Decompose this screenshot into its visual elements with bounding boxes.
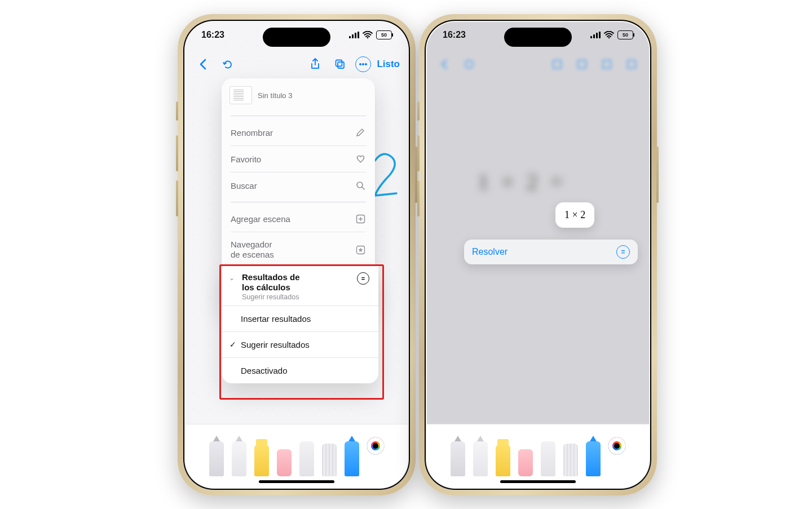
color-picker[interactable] (367, 437, 384, 454)
status-bar: 16:23 50 (427, 22, 649, 48)
tool-eraser[interactable] (518, 449, 533, 476)
plus-square-icon (355, 213, 366, 224)
handwritten-equation-blurred: 1 × 2 = (478, 169, 566, 195)
tool-lasso[interactable] (299, 441, 314, 476)
document-thumbnail (230, 86, 252, 104)
resolve-label: Resolver (472, 247, 508, 257)
equals-circle-icon: = (616, 245, 630, 259)
battery-icon: 50 (617, 30, 633, 39)
mute-switch (417, 101, 420, 121)
tool-lasso[interactable] (541, 441, 555, 476)
tool-ruler[interactable] (322, 444, 337, 476)
svg-point-14 (465, 60, 473, 68)
svg-rect-16 (578, 60, 586, 68)
resolve-button[interactable]: Resolver = (464, 240, 638, 264)
share-button[interactable] (306, 55, 325, 74)
color-picker[interactable] (608, 437, 625, 454)
wifi-icon (604, 31, 614, 39)
tool-pen[interactable] (209, 441, 224, 476)
menu-item-add-scene[interactable]: Agregar escena (222, 206, 375, 232)
handwriting-stroke (372, 152, 400, 197)
equation-chip[interactable]: 1 × 2 (555, 202, 594, 228)
volume-down-button (417, 180, 420, 216)
svg-point-13 (608, 37, 610, 39)
menu-item-rename[interactable]: Renombrar (222, 119, 375, 145)
volume-up-button (417, 135, 420, 171)
calc-option-off[interactable]: Desactivado (222, 358, 378, 383)
home-indicator[interactable] (500, 480, 576, 483)
tool-marker-blue[interactable] (586, 441, 601, 476)
volume-up-button (176, 135, 178, 171)
svg-rect-1 (338, 62, 344, 68)
svg-rect-15 (553, 60, 561, 68)
cellular-icon (349, 32, 359, 38)
power-button (656, 147, 659, 203)
svg-point-3 (360, 63, 361, 65)
svg-point-5 (365, 63, 367, 65)
tool-dock (427, 424, 649, 488)
calc-subtitle: Sugerir resultados (242, 293, 300, 301)
calc-option-insert[interactable]: Insertar resultados (222, 306, 378, 331)
tool-eraser[interactable] (277, 449, 292, 476)
chevron-down-icon: ⌄ (228, 274, 235, 282)
tool-pencil[interactable] (473, 441, 488, 476)
tool-marker-blue[interactable] (345, 441, 359, 476)
svg-point-0 (367, 37, 369, 39)
dynamic-island (263, 28, 330, 47)
tool-highlighter[interactable] (496, 445, 510, 476)
heart-icon (355, 153, 366, 165)
menu-item-search[interactable]: Buscar (222, 172, 375, 198)
tool-pen[interactable] (451, 441, 465, 476)
pencil-icon (355, 127, 366, 138)
calc-results-submenu: ⌄ Resultados delos cálculos Sugerir resu… (222, 265, 378, 383)
cellular-icon (590, 32, 601, 38)
star-square-icon (355, 244, 366, 255)
clock: 16:23 (443, 30, 466, 40)
clock: 16:23 (201, 30, 224, 40)
home-indicator[interactable] (259, 480, 334, 483)
battery-icon: 50 (376, 30, 392, 39)
app-toolbar-blurred (427, 51, 649, 77)
done-button[interactable]: Listo (377, 59, 400, 70)
phone-left: 16:23 50 (178, 14, 416, 495)
dynamic-island (504, 28, 572, 47)
undo-button[interactable] (218, 55, 237, 74)
svg-rect-2 (336, 60, 342, 67)
equals-circle-icon: = (357, 272, 369, 285)
svg-point-4 (363, 63, 364, 65)
calc-option-suggest[interactable]: Sugerir resultados (222, 332, 378, 357)
copy-button[interactable] (330, 55, 350, 74)
tool-ruler[interactable] (563, 444, 578, 476)
phone-right: 16:23 50 1 × 2 = 1 × 2 Reso (419, 14, 657, 495)
more-button[interactable] (355, 56, 371, 72)
status-bar: 16:23 50 (186, 22, 408, 48)
svg-rect-17 (603, 60, 611, 68)
document-title: Sin título 3 (258, 91, 292, 100)
tool-pencil[interactable] (232, 441, 246, 476)
search-icon (355, 180, 366, 191)
tool-highlighter[interactable] (254, 445, 269, 476)
wifi-icon (363, 31, 373, 39)
tool-dock (186, 424, 408, 488)
menu-item-favorite[interactable]: Favorito (222, 146, 375, 172)
menu-item-scene-browser[interactable]: Navegadorde escenas (222, 232, 375, 267)
mute-switch (176, 101, 178, 121)
svg-rect-18 (628, 60, 636, 68)
volume-down-button (176, 180, 178, 216)
app-toolbar: Listo (186, 51, 408, 77)
back-button[interactable] (193, 55, 213, 74)
